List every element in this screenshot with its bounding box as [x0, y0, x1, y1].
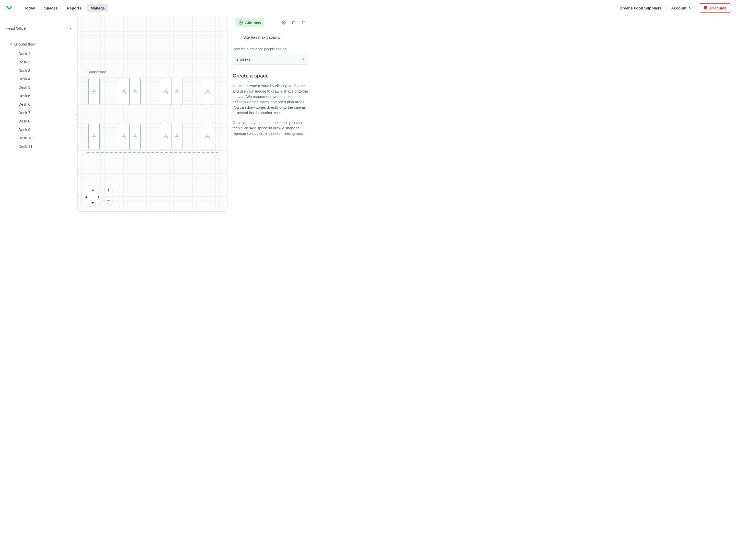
tree-desk-item[interactable]: Desk 6	[18, 92, 72, 100]
desk[interactable]	[118, 78, 129, 105]
desk[interactable]	[202, 78, 213, 105]
caret-down-icon	[302, 59, 305, 60]
desk-icon	[133, 134, 137, 139]
pan-up-button[interactable]	[91, 189, 94, 191]
account-menu[interactable]: Account	[666, 6, 697, 10]
add-new-button[interactable]: Add new	[235, 18, 264, 27]
tree-desk-item[interactable]: Desk 10	[18, 134, 72, 142]
advance-booking-label: How far in advance people can bo...	[233, 47, 308, 51]
desk[interactable]	[88, 123, 100, 150]
tree-desk-item[interactable]: Desk 7	[18, 108, 72, 117]
desk-icon	[206, 89, 210, 94]
zone-name: Ground floor	[14, 42, 36, 46]
desk-icon	[133, 89, 137, 94]
desk-icon	[175, 134, 179, 139]
desk-icon	[92, 134, 96, 139]
nav-spaces[interactable]: Spaces	[41, 4, 61, 12]
desk-icon	[92, 89, 96, 94]
caret-down-icon	[69, 28, 72, 29]
pan-left-button[interactable]	[85, 196, 87, 199]
svg-point-2	[284, 22, 284, 23]
delete-button[interactable]	[301, 20, 306, 25]
account-label: Account	[671, 6, 686, 10]
plus-icon	[107, 188, 110, 192]
duplicate-button[interactable]	[291, 20, 296, 25]
add-new-label: Add new	[245, 20, 261, 25]
caret-down-icon	[10, 43, 12, 45]
center-button[interactable]	[281, 20, 286, 25]
desk[interactable]	[171, 78, 183, 105]
space-tree: Ground floor Desk 1Desk 2Desk 3Desk 4Des…	[5, 40, 72, 151]
nav-manage[interactable]: Manage	[87, 4, 108, 12]
pan-right-button[interactable]	[98, 196, 100, 199]
tree-desk-item[interactable]: Desk 11	[18, 142, 72, 151]
crosshair-icon	[281, 20, 286, 25]
desk[interactable]	[160, 78, 171, 105]
desk[interactable]	[160, 123, 171, 150]
org-name: Greens Food Suppliers	[615, 6, 666, 10]
advance-booking-select[interactable]: 2 weeks	[233, 54, 308, 65]
desk-icon	[122, 89, 126, 94]
tree-desk-item[interactable]: Desk 9	[18, 125, 72, 134]
tree-desk-item[interactable]: Desk 5	[18, 83, 72, 92]
desk-icon	[175, 89, 179, 94]
desk-icon	[164, 134, 168, 139]
max-capacity-label: Site has max capacity	[243, 35, 281, 39]
copy-icon	[291, 20, 296, 25]
zone-outline[interactable]: Ground floor	[86, 75, 218, 153]
shield-icon	[703, 6, 708, 10]
zoom-controls	[105, 186, 113, 205]
desk-icon	[206, 134, 210, 139]
chevron-down-icon	[688, 6, 692, 10]
tree-desk-item[interactable]: Desk 6	[18, 100, 72, 108]
site-name: Head Office	[6, 26, 26, 30]
minus-icon	[107, 199, 110, 203]
tree-zone[interactable]: Ground floor	[9, 40, 72, 48]
svg-rect-3	[292, 21, 295, 24]
plus-circle-icon	[239, 20, 243, 25]
desk[interactable]	[171, 123, 183, 150]
desk-icon	[122, 134, 126, 139]
trash-icon	[301, 20, 306, 25]
desk[interactable]	[202, 123, 213, 150]
app-header: Today Spaces Reports Manage Greens Food …	[0, 0, 736, 16]
properties-panel: Add new	[233, 16, 308, 136]
panel-heading: Create a space	[233, 73, 308, 79]
desk[interactable]	[118, 123, 129, 150]
panel-paragraph-1: To start, create a zone by clicking 'Add…	[233, 83, 308, 116]
panel-toolbar: Add new	[233, 16, 308, 29]
tree-desk-item[interactable]: Desk 3	[18, 66, 72, 75]
zone-label: Ground floor	[87, 70, 106, 74]
max-capacity-checkbox[interactable]	[236, 35, 240, 39]
tree-desk-item[interactable]: Desk 4	[18, 75, 72, 83]
desk[interactable]	[88, 78, 100, 105]
evacuate-button[interactable]: Evacuate	[699, 3, 731, 13]
pan-control	[82, 186, 103, 207]
zoom-out-button[interactable]	[105, 197, 113, 205]
logo-icon	[5, 4, 13, 12]
tree-desk-item[interactable]: Desk 2	[18, 58, 72, 66]
floorplan-canvas[interactable]: Ground floor	[77, 16, 228, 212]
tree-desk-item[interactable]: Desk 8	[18, 117, 72, 125]
desk[interactable]	[129, 78, 141, 105]
desk[interactable]	[129, 123, 141, 150]
advance-booking-value: 2 weeks	[236, 57, 251, 61]
desk-icon	[164, 89, 168, 94]
nav-reports[interactable]: Reports	[63, 4, 85, 12]
site-selector[interactable]: Head Office	[5, 25, 72, 34]
main-nav: Today Spaces Reports Manage	[20, 4, 108, 12]
nav-today[interactable]: Today	[20, 4, 39, 12]
zoom-in-button[interactable]	[105, 186, 113, 194]
tree-desk-item[interactable]: Desk 1	[18, 49, 72, 58]
sidebar: Head Office Ground floor Desk 1Desk 2Des…	[5, 16, 72, 151]
pan-down-button[interactable]	[91, 202, 94, 204]
evacuate-label: Evacuate	[710, 6, 727, 10]
canvas-container: Ground floor	[77, 16, 228, 212]
panel-paragraph-2: Once you have at least one zone, you can…	[233, 120, 308, 136]
logo[interactable]	[5, 4, 13, 12]
